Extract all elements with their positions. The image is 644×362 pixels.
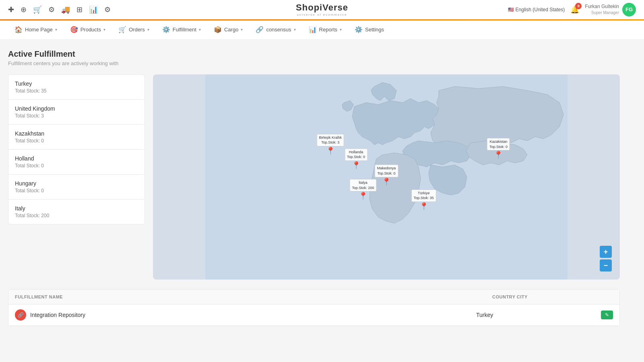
row-action: ✎	[597, 311, 613, 319]
content-row: Turkey Total Stock: 35 United Kingdom To…	[8, 74, 620, 280]
logo-area: ShopiVerse universe of ecommerce	[296, 2, 348, 16]
map-pin-kazakhstan: KazakistanTop.Stok: 0 📍	[487, 138, 510, 158]
map-container: Birleşik KrallıkTop.Stok: 3 📍 HollandaTo…	[153, 74, 620, 280]
home-icon: 🏠	[14, 26, 23, 33]
nav-item-orders[interactable]: 🛒 Orders ▾	[112, 21, 156, 39]
top-toolbar: ✚ ⊕ 🛒 ⚙ 🚚 ⊞ 📊 ⚙ ShopiVerse universe of e…	[0, 0, 644, 19]
link-icon: 🔗	[18, 312, 24, 318]
flag-icon: 🇺🇸	[508, 7, 514, 12]
user-info[interactable]: Furkan Gultekin Super Manager FG	[585, 3, 636, 16]
pin-label-holland: HollandaTop.Stok: 0	[345, 148, 367, 161]
nav-item-products[interactable]: 🎯 Products ▾	[64, 21, 112, 39]
nav-item-cargo[interactable]: 📦 Cargo ▾	[207, 21, 249, 39]
user-name-text: Furkan Gultekin	[585, 4, 619, 10]
nav-item-homepage[interactable]: 🏠 Home Page ▾	[8, 21, 64, 39]
nav-item-consensus[interactable]: 🔗 consensus ▾	[249, 21, 302, 39]
settings-icon[interactable]: ⚙	[104, 5, 111, 14]
user-avatar[interactable]: FG	[622, 3, 636, 16]
fulfillment-list: Turkey Total Stock: 35 United Kingdom To…	[8, 74, 145, 224]
nav-label-products: Products	[80, 27, 101, 33]
pin-label-kazakhstan: KazakistanTop.Stok: 0	[487, 138, 510, 150]
fulfillment-icon: ⚙️	[162, 26, 170, 33]
user-role-text: Super Manager	[585, 10, 619, 15]
plus-icon[interactable]: ✚	[8, 5, 14, 14]
list-item[interactable]: Hungary Total Stock: 0	[8, 174, 145, 199]
pin-label-turkey: TürkiyeTop.Stok: 35	[411, 189, 436, 202]
nav-item-settings[interactable]: ⚙️ Settings	[348, 21, 390, 39]
col-header-name: FULFILLMENT NAME	[15, 294, 492, 299]
table-row: 🔗 Integration Repository Turkey ✎	[8, 304, 619, 326]
consensus-icon: 🔗	[256, 26, 264, 33]
cart-icon[interactable]: 🛒	[33, 5, 42, 14]
nav-menu: 🏠 Home Page ▾ 🎯 Products ▾ 🛒 Orders ▾ ⚙️…	[0, 21, 644, 40]
notification-badge: 0	[575, 3, 582, 9]
reports-icon: 📊	[309, 26, 317, 33]
gear-circle-icon[interactable]: ⚙	[48, 5, 55, 14]
edit-button[interactable]: ✎	[601, 311, 613, 319]
pin-icon-italy: 📍	[359, 192, 367, 200]
map-pin-italy: İtalyaTop.Stok: 200 📍	[349, 179, 376, 200]
list-item[interactable]: Turkey Total Stock: 35	[8, 74, 145, 99]
chart-icon[interactable]: 📊	[89, 5, 98, 14]
orders-icon: 🛒	[118, 26, 126, 33]
list-item[interactable]: Kazakhstan Total Stock: 0	[8, 124, 145, 149]
cargo-icon: 📦	[214, 26, 222, 33]
fulfillment-table: FULFILLMENT NAME COUNTRY CITY 🔗 Integrat…	[8, 289, 620, 326]
language-selector[interactable]: 🇺🇸 English (United States)	[508, 7, 565, 12]
notification-button[interactable]: 🔔 0	[570, 5, 579, 14]
products-icon: 🎯	[70, 26, 78, 33]
list-item-stock: Total Stock: 0	[15, 188, 138, 193]
pin-label-macedonia: MakedonyaTop.Stok: 0	[375, 165, 398, 177]
nav-label-reports: Reports	[319, 27, 338, 33]
nav-label-orders: Orders	[129, 27, 145, 33]
map-controls: + −	[600, 246, 612, 272]
nav-label-consensus: consensus	[266, 27, 291, 33]
list-item-stock: Total Stock: 0	[15, 163, 138, 169]
chevron-down-icon: ▾	[55, 27, 57, 32]
map-zoom-out-button[interactable]: −	[600, 259, 612, 272]
row-name: Integration Repository	[30, 312, 476, 318]
list-item-stock: Total Stock: 200	[15, 213, 138, 218]
pin-label-uk: Birleşik KrallıkTop.Stok: 3	[317, 134, 345, 146]
chevron-down-icon: ▾	[199, 27, 201, 32]
table-header: FULFILLMENT NAME COUNTRY CITY	[8, 290, 619, 304]
pin-icon-holland: 📍	[352, 162, 361, 169]
list-item-name: Holland	[15, 155, 138, 162]
grid-icon[interactable]: ⊞	[76, 5, 83, 14]
list-item-stock: Total Stock: 3	[15, 113, 138, 119]
truck-icon[interactable]: 🚚	[61, 5, 70, 14]
nav-label-homepage: Home Page	[25, 27, 53, 33]
list-item[interactable]: Italy Total Stock: 200	[8, 199, 145, 224]
row-icon: 🔗	[15, 309, 26, 321]
settings-nav-icon: ⚙️	[355, 26, 363, 33]
pin-icon-turkey: 📍	[419, 203, 428, 210]
list-item[interactable]: Holland Total Stock: 0	[8, 149, 145, 174]
app-logo: ShopiVerse	[296, 2, 348, 13]
col-header-country: COUNTRY CITY	[492, 294, 613, 299]
nav-item-fulfillment[interactable]: ⚙️ Fulfillment ▾	[156, 21, 207, 39]
pin-icon-kazakhstan: 📍	[494, 151, 503, 158]
pin-icon-macedonia: 📍	[382, 178, 391, 185]
toolbar-right: 🇺🇸 English (United States) 🔔 0 Furkan Gu…	[508, 3, 636, 16]
pin-icon-uk: 📍	[326, 147, 335, 154]
app-logo-sub: universe of ecommerce	[296, 13, 348, 16]
chevron-down-icon: ▾	[294, 27, 296, 32]
settings-circle-icon[interactable]: ⊕	[21, 5, 27, 14]
map-pin-holland: HollandaTop.Stok: 0 📍	[345, 148, 367, 169]
page-title: Active Fulfillment	[8, 49, 620, 59]
list-item-name: Hungary	[15, 180, 138, 187]
nav-label-cargo: Cargo	[224, 27, 238, 33]
nav-item-reports[interactable]: 📊 Reports ▾	[302, 21, 349, 39]
map-pin-uk: Birleşik KrallıkTop.Stok: 3 📍	[317, 134, 345, 154]
list-item[interactable]: United Kingdom Total Stock: 3	[8, 99, 145, 124]
chevron-down-icon: ▾	[147, 27, 149, 32]
main-content: Active Fulfillment Fulfillment centers y…	[0, 40, 628, 336]
list-item-name: United Kingdom	[15, 105, 138, 112]
map-zoom-in-button[interactable]: +	[600, 246, 612, 258]
nav-label-fulfillment: Fulfillment	[173, 27, 196, 33]
list-item-name: Kazakhstan	[15, 130, 138, 137]
row-country: Turkey	[476, 312, 597, 318]
map-pin-macedonia: MakedonyaTop.Stok: 0 📍	[375, 165, 398, 185]
pin-label-italy: İtalyaTop.Stok: 200	[349, 179, 376, 191]
list-item-stock: Total Stock: 0	[15, 138, 138, 144]
